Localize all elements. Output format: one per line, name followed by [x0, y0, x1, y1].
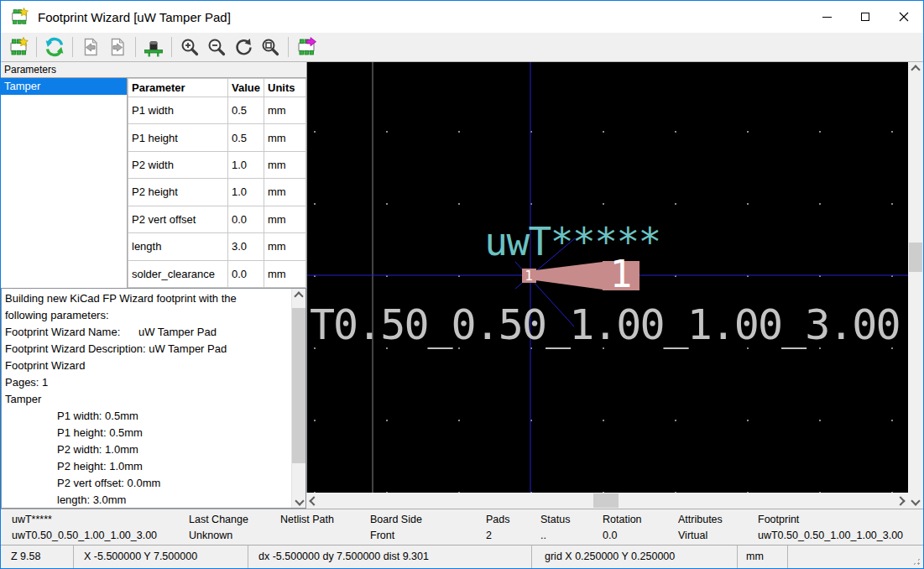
message-line: Tamper [2, 391, 290, 408]
chevron-up-icon [911, 65, 920, 74]
message-line: P2 vert offset: 0.0mm [2, 475, 290, 492]
param-row[interactable]: P2 height1.0mm [128, 179, 306, 206]
scroll-left-button[interactable] [306, 493, 321, 509]
message-line: Building new KiCad FP Wizard footprint w… [2, 290, 290, 307]
param-cell-units[interactable]: mm [264, 206, 306, 232]
export-footprint-button[interactable] [294, 34, 319, 60]
page-list-item-tamper[interactable]: Tamper [1, 78, 127, 95]
select-footprint-wizard-button[interactable] [6, 34, 31, 60]
previous-page-button[interactable] [78, 34, 103, 60]
next-page-button[interactable] [105, 34, 130, 60]
message-scrollbar[interactable] [291, 289, 305, 508]
maximize-button[interactable] [846, 1, 885, 33]
scroll-right-button[interactable] [893, 493, 908, 509]
param-table-body: P1 width0.5mmP1 height0.5mmP2 width1.0mm… [128, 97, 306, 288]
window-title: Footprint Wizard [uW Tamper Pad] [38, 10, 231, 24]
scroll-up-button[interactable] [292, 289, 305, 303]
main-toolbar [1, 33, 923, 62]
minimize-icon [822, 17, 832, 18]
scroll-down-button[interactable] [908, 493, 923, 509]
chevron-down-icon [295, 496, 304, 505]
footprint-value-text[interactable]: T0.50_0.50_1.00_1.00_3.00 [310, 300, 900, 349]
param-cell-value[interactable]: 1.0 [228, 151, 264, 178]
maximize-icon [861, 13, 869, 21]
param-cell-units[interactable]: mm [264, 260, 306, 287]
close-button[interactable] [885, 1, 923, 33]
toolbar-separator [36, 37, 37, 57]
page-previous-icon [80, 36, 102, 58]
show-pads-button[interactable] [141, 34, 166, 60]
toolbar-separator [135, 37, 136, 57]
toolbar-separator [171, 37, 172, 57]
scroll-up-button[interactable] [908, 62, 923, 77]
footprint-info-bar: uwT***** uwT0.50_0.50_1.00_1.00_3.00 Las… [1, 509, 923, 545]
info-field-reference: uwT***** uwT0.50_0.50_1.00_1.00_3.00 [12, 514, 157, 545]
parameters-panel-header: Parameters [1, 62, 306, 77]
parameter-table[interactable]: Parameter Value Units P1 width0.5mmP1 he… [128, 78, 306, 288]
chevron-up-icon [294, 291, 303, 300]
param-cell-parameter[interactable]: length [128, 233, 228, 260]
param-row[interactable]: length3.0mm [128, 233, 306, 260]
info-field-footprint: Footprint uwT0.50_0.50_1.00_1.00_3.00 [758, 514, 922, 545]
param-cell-parameter[interactable]: P1 width [128, 97, 228, 124]
canvas-vertical-scrollbar[interactable] [908, 62, 923, 509]
param-cell-parameter[interactable]: solder_clearance [128, 260, 228, 287]
param-cell-units[interactable]: mm [264, 124, 306, 151]
wizard-page-list[interactable]: Tamper [1, 78, 128, 288]
info-field-attributes: Attributes Virtual [678, 514, 723, 545]
param-cell-units[interactable]: mm [264, 179, 306, 206]
pad-1-large-number: 1 [610, 253, 633, 295]
footprint-preview-canvas[interactable]: uwT***** 1 1 T0.50_0.50_1.00_1.00_3.00 [306, 62, 908, 493]
param-row[interactable]: P1 width0.5mm [128, 97, 306, 124]
zoom-in-button[interactable] [177, 34, 202, 60]
minimize-button[interactable] [807, 1, 846, 33]
param-table-header-row: Parameter Value Units [128, 79, 306, 97]
param-cell-units[interactable]: mm [264, 233, 306, 260]
param-row[interactable]: P2 width1.0mm [128, 151, 306, 178]
param-cell-value[interactable]: 0.5 [228, 97, 264, 124]
message-line: P2 width: 1.0mm [2, 441, 290, 458]
component-pad-icon [143, 36, 164, 58]
param-cell-parameter[interactable]: P1 height [128, 124, 228, 151]
param-cell-value[interactable]: 3.0 [228, 233, 264, 260]
param-cell-parameter[interactable]: P2 vert offset [128, 206, 228, 232]
redraw-view-button[interactable] [231, 34, 256, 60]
param-header-units: Units [264, 79, 306, 97]
info-field-board-side: Board Side Front [370, 514, 422, 545]
param-cell-parameter[interactable]: P2 height [128, 179, 228, 206]
page-next-icon [107, 36, 128, 58]
param-row[interactable]: P1 height0.5mm [128, 124, 306, 151]
param-cell-value[interactable]: 0.0 [228, 260, 264, 287]
param-cell-value[interactable]: 0.0 [228, 206, 264, 232]
scrollbar-thumb[interactable] [292, 308, 306, 463]
message-line: Footprint Wizard Description: uW Tamper … [2, 341, 290, 358]
footprint-export-arrow-icon [295, 36, 317, 58]
message-line: following parameters: [2, 307, 290, 324]
scrollbar-thumb[interactable] [593, 493, 619, 508]
zoom-fit-button[interactable] [258, 34, 283, 60]
scrollbar-thumb[interactable] [909, 243, 922, 272]
resize-grip-icon[interactable] [912, 557, 921, 566]
scroll-down-button[interactable] [292, 493, 306, 508]
param-cell-value[interactable]: 1.0 [228, 179, 264, 206]
zoom-out-button[interactable] [204, 34, 229, 60]
taper-trace-shape[interactable] [535, 262, 603, 290]
canvas-horizontal-scrollbar[interactable] [306, 493, 908, 509]
title-bar[interactable]: Footprint Wizard [uW Tamper Pad] [1, 1, 923, 33]
message-line: Footprint Wizard [2, 358, 290, 374]
kicad-footprint-wizard-icon [8, 7, 30, 27]
update-footprint-button[interactable] [42, 34, 67, 60]
redraw-arrow-icon [232, 36, 254, 58]
footprint-wizard-star-icon [8, 36, 29, 58]
param-cell-parameter[interactable]: P2 width [128, 151, 228, 178]
param-row[interactable]: solder_clearance0.0mm [128, 260, 306, 287]
info-field-last-change: Last Change Unknown [189, 514, 248, 545]
status-empty [788, 546, 923, 568]
param-row[interactable]: P2 vert offset0.0mm [128, 206, 306, 232]
param-cell-units[interactable]: mm [264, 97, 306, 124]
param-cell-value[interactable]: 0.5 [228, 124, 264, 151]
message-line: Pages: 1 [2, 374, 290, 391]
param-cell-units[interactable]: mm [264, 151, 306, 178]
reference-designator-text[interactable]: uwT***** [484, 219, 660, 264]
zoom-out-icon [206, 36, 227, 58]
